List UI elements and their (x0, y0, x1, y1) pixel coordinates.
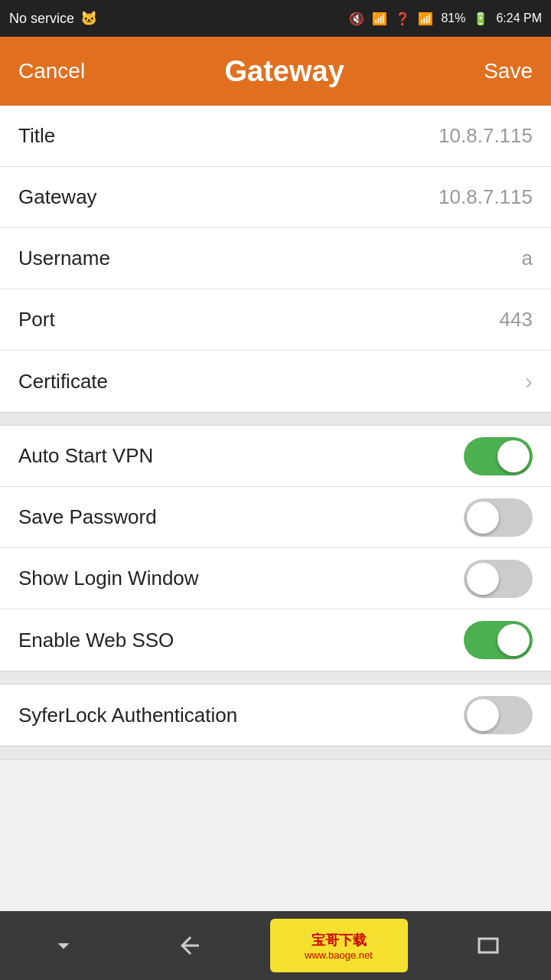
gateway-value: 10.8.7.115 (439, 185, 533, 209)
settings-group-3: SyferLock Authentication (0, 684, 551, 746)
gateway-label: Gateway (18, 185, 97, 209)
username-label: Username (18, 247, 110, 270)
nav-down-button[interactable] (18, 923, 109, 969)
nav-center-sublabel: www.baoge.net (305, 949, 373, 961)
username-row[interactable]: Username a (0, 228, 551, 289)
auto-start-vpn-row[interactable]: Auto Start VPN (0, 426, 551, 487)
settings-group-1: Title 10.8.7.115 Gateway 10.8.7.115 User… (0, 106, 551, 412)
title-row[interactable]: Title 10.8.7.115 (0, 106, 551, 167)
gateway-row[interactable]: Gateway 10.8.7.115 (0, 167, 551, 228)
status-bar: No service 🐱 🔇 📶 ❓ 📶 81% 🔋 6:24 PM (0, 0, 551, 37)
toggle-knob (467, 563, 499, 595)
battery-text: 81% (441, 11, 465, 25)
unknown-icon: ❓ (395, 11, 410, 26)
certificate-label: Certificate (18, 370, 108, 394)
toggle-knob (497, 440, 530, 472)
save-password-toggle[interactable] (464, 498, 533, 537)
status-left: No service 🐱 (9, 10, 97, 27)
no-service-icon: 🐱 (80, 10, 97, 27)
page-title: Gateway (225, 55, 344, 88)
port-row[interactable]: Port 443 (0, 289, 551, 351)
no-service-text: No service (9, 11, 74, 27)
toggle-knob (467, 699, 499, 731)
username-value: a (522, 247, 533, 270)
status-right: 🔇 📶 ❓ 📶 81% 🔋 6:24 PM (349, 11, 542, 26)
auto-start-vpn-label: Auto Start VPN (18, 444, 153, 468)
nav-recents-button[interactable] (442, 923, 534, 969)
cancel-button[interactable]: Cancel (18, 59, 85, 83)
settings-group-2: Auto Start VPN Save Password Show Login … (0, 426, 551, 671)
port-value: 443 (500, 308, 533, 332)
save-button[interactable]: Save (484, 59, 533, 83)
enable-web-sso-label: Enable Web SSO (18, 629, 174, 652)
save-password-label: Save Password (18, 505, 157, 529)
show-login-window-row[interactable]: Show Login Window (0, 548, 551, 609)
section-divider-1 (0, 412, 551, 426)
port-label: Port (18, 308, 55, 332)
enable-web-sso-toggle[interactable] (464, 621, 533, 659)
show-login-window-toggle[interactable] (464, 560, 533, 598)
nav-center-label: 宝哥下载 (311, 931, 367, 949)
content-area: Title 10.8.7.115 Gateway 10.8.7.115 User… (0, 106, 551, 828)
nav-center-watermark: 宝哥下载 www.baoge.net (270, 919, 408, 972)
syferlock-row[interactable]: SyferLock Authentication (0, 684, 551, 746)
auto-start-vpn-toggle[interactable] (464, 437, 533, 475)
show-login-window-label: Show Login Window (18, 567, 199, 590)
save-password-row[interactable]: Save Password (0, 487, 551, 548)
signal-icon: 📶 (418, 11, 433, 26)
nav-back-button[interactable] (144, 923, 236, 969)
title-label: Title (18, 124, 55, 148)
action-bar: Cancel Gateway Save (0, 37, 551, 106)
mute-icon: 🔇 (349, 11, 364, 26)
battery-icon: 🔋 (473, 11, 488, 26)
title-value: 10.8.7.115 (439, 124, 533, 148)
time-text: 6:24 PM (496, 11, 542, 25)
syferlock-toggle[interactable] (464, 696, 533, 734)
section-divider-2 (0, 671, 551, 684)
toggle-knob (467, 501, 499, 534)
toggle-knob (497, 624, 530, 656)
chevron-right-icon: › (525, 368, 533, 394)
section-divider-3 (0, 746, 551, 760)
enable-web-sso-row[interactable]: Enable Web SSO (0, 609, 551, 671)
certificate-row[interactable]: Certificate › (0, 351, 551, 412)
syferlock-label: SyferLock Authentication (18, 704, 237, 727)
nav-bar: 宝哥下载 www.baoge.net (0, 911, 551, 980)
wifi-icon: 📶 (372, 11, 387, 26)
